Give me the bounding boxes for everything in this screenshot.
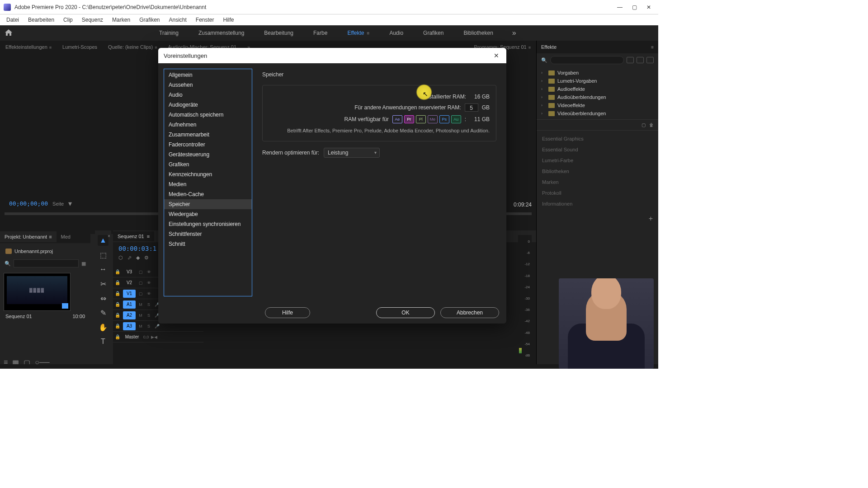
- track-select-tool-icon[interactable]: ⬚: [98, 249, 108, 260]
- lock-icon[interactable]: 🔒: [113, 324, 122, 328]
- timeline-tab[interactable]: ×Sequenz 01≡: [113, 231, 154, 241]
- workspace-farbe[interactable]: Farbe: [303, 26, 337, 40]
- workspace-zusammenstellung[interactable]: Zusammenstellung: [189, 26, 254, 40]
- reserved-ram-input[interactable]: 5: [465, 103, 478, 112]
- category-item[interactable]: Medien-Cache: [164, 189, 252, 199]
- track-v3[interactable]: V3: [123, 268, 136, 276]
- panel-tab-projekt[interactable]: Projekt: Unbenannt≡: [0, 231, 57, 242]
- track-a3[interactable]: A3: [123, 322, 136, 330]
- delete-icon[interactable]: 🗑: [649, 122, 654, 127]
- effects-search-input[interactable]: [550, 56, 624, 64]
- side-tab[interactable]: Bibliotheken: [541, 166, 654, 177]
- lock-icon[interactable]: 🔒: [113, 334, 122, 339]
- slip-tool-icon[interactable]: ⇔: [98, 293, 108, 304]
- category-item[interactable]: Schnittfenster: [164, 229, 252, 239]
- track-a2[interactable]: A2: [123, 311, 136, 319]
- close-tab-icon[interactable]: ×: [108, 234, 110, 239]
- category-item[interactable]: Grafiken: [164, 160, 252, 169]
- menu-ansicht[interactable]: Ansicht: [165, 16, 190, 24]
- tree-item[interactable]: ›Vorgaben: [541, 69, 654, 77]
- category-item[interactable]: Zusammenarbeit: [164, 130, 252, 140]
- source-timecode[interactable]: 00;00;00;00: [9, 200, 48, 207]
- close-dialog-icon[interactable]: ✕: [492, 50, 501, 61]
- razor-tool-icon[interactable]: ✂: [98, 278, 108, 289]
- side-tab[interactable]: Marken: [541, 177, 654, 188]
- settings-icon[interactable]: ⚙: [144, 255, 149, 261]
- zoom-scale[interactable]: Seite: [52, 201, 64, 206]
- hand-tool-icon[interactable]: ✋: [98, 322, 108, 333]
- category-item[interactable]: Automatisch speichern: [164, 110, 252, 120]
- menu-clip[interactable]: Clip: [60, 16, 76, 24]
- menu-fenster[interactable]: Fenster: [192, 16, 218, 24]
- menu-bearbeiten[interactable]: Bearbeiten: [24, 16, 58, 24]
- workspace-grafiken[interactable]: Grafiken: [413, 26, 453, 40]
- track-v2[interactable]: V2: [123, 279, 136, 287]
- add-icon[interactable]: +: [649, 215, 653, 222]
- panel-tab-effekte[interactable]: Effekte: [541, 44, 557, 50]
- track-a1[interactable]: A1: [123, 300, 136, 309]
- workspace-bearbeitung[interactable]: Bearbeitung: [254, 26, 303, 40]
- snap-icon[interactable]: ⬡: [118, 255, 123, 261]
- panel-tab-lumetri-scopes[interactable]: Lumetri-Scopes: [57, 42, 103, 52]
- tree-item[interactable]: ›Audioeffekte: [541, 85, 654, 93]
- side-tab[interactable]: Lumetri-Farbe: [541, 155, 654, 166]
- pen-tool-icon[interactable]: ✎: [98, 307, 108, 318]
- filter-icon[interactable]: [627, 57, 634, 63]
- category-item[interactable]: Wiedergabe: [164, 209, 252, 219]
- category-item[interactable]: Fadercontroller: [164, 140, 252, 150]
- side-tab[interactable]: Protokoll: [541, 188, 654, 198]
- menu-hilfe[interactable]: Hilfe: [220, 16, 238, 24]
- track-master[interactable]: Master: [123, 333, 141, 341]
- menu-marken[interactable]: Marken: [108, 16, 134, 24]
- cancel-button[interactable]: Abbrechen: [440, 307, 499, 318]
- minimize-button[interactable]: —: [617, 4, 623, 10]
- category-item-speicher[interactable]: Speicher: [164, 199, 252, 209]
- category-item[interactable]: Allgemein: [164, 70, 252, 80]
- workspace-effekte[interactable]: Effekte≡: [337, 26, 379, 40]
- side-tab[interactable]: Essential Graphics: [541, 133, 654, 144]
- lock-icon[interactable]: 🔒: [113, 313, 122, 318]
- tree-item[interactable]: ›Audioüberblendungen: [541, 93, 654, 101]
- lock-icon[interactable]: 🔒: [113, 302, 122, 307]
- maximize-button[interactable]: ▢: [631, 4, 637, 10]
- type-tool-icon[interactable]: T: [98, 336, 108, 347]
- panel-tab-effekteinstellungen[interactable]: Effekteinstellungen≡: [0, 42, 57, 52]
- workspace-training[interactable]: Training: [149, 26, 189, 40]
- ok-button[interactable]: OK: [376, 307, 435, 318]
- category-item[interactable]: Audiogeräte: [164, 100, 252, 110]
- lock-icon[interactable]: 🔒: [113, 291, 122, 296]
- panel-tab-med[interactable]: Med: [57, 231, 75, 242]
- category-item[interactable]: Aufnehmen: [164, 120, 252, 130]
- render-optimize-dropdown[interactable]: Leistung: [324, 148, 380, 158]
- selection-tool-icon[interactable]: ▲: [98, 235, 108, 246]
- menu-grafiken[interactable]: Grafiken: [136, 16, 163, 24]
- filter-icon[interactable]: [637, 57, 644, 63]
- new-bin-icon[interactable]: ▢: [642, 122, 646, 127]
- side-tab[interactable]: Essential Sound: [541, 144, 654, 155]
- menu-datei[interactable]: Datei: [3, 16, 23, 24]
- tree-item[interactable]: ›Videoüberblendungen: [541, 109, 654, 117]
- category-item[interactable]: Gerätesteuerung: [164, 150, 252, 160]
- filter-icon[interactable]: [646, 57, 654, 63]
- category-item[interactable]: Kennzeichnungen: [164, 169, 252, 179]
- lock-icon[interactable]: 🔒: [113, 280, 122, 285]
- workspace-overflow-icon[interactable]: »: [512, 29, 516, 37]
- workspace-audio[interactable]: Audio: [379, 26, 413, 40]
- tree-item[interactable]: ›Lumetri-Vorgaben: [541, 77, 654, 85]
- marker-icon[interactable]: ◆: [136, 255, 140, 261]
- category-item[interactable]: Aussehen: [164, 80, 252, 90]
- project-view-icon[interactable]: ▦: [81, 261, 86, 267]
- track-v1[interactable]: V1: [123, 290, 136, 298]
- tree-item[interactable]: ›Videoeffekte: [541, 101, 654, 109]
- workspace-menu-icon[interactable]: ≡: [367, 31, 370, 36]
- category-item[interactable]: Medien: [164, 179, 252, 189]
- lock-icon[interactable]: 🔒: [113, 269, 122, 274]
- linked-selection-icon[interactable]: ⬀: [127, 255, 132, 261]
- menu-sequenz[interactable]: Sequenz: [78, 16, 107, 24]
- search-icon[interactable]: 🔍: [541, 57, 547, 63]
- category-item[interactable]: Schnitt: [164, 239, 252, 249]
- panel-tab-quelle[interactable]: Quelle: (keine Clips)≡: [103, 42, 162, 52]
- home-icon[interactable]: [5, 29, 14, 37]
- clip-thumbnail[interactable]: ▓▓▓▓: [4, 273, 71, 311]
- ripple-edit-tool-icon[interactable]: ↔: [98, 264, 108, 275]
